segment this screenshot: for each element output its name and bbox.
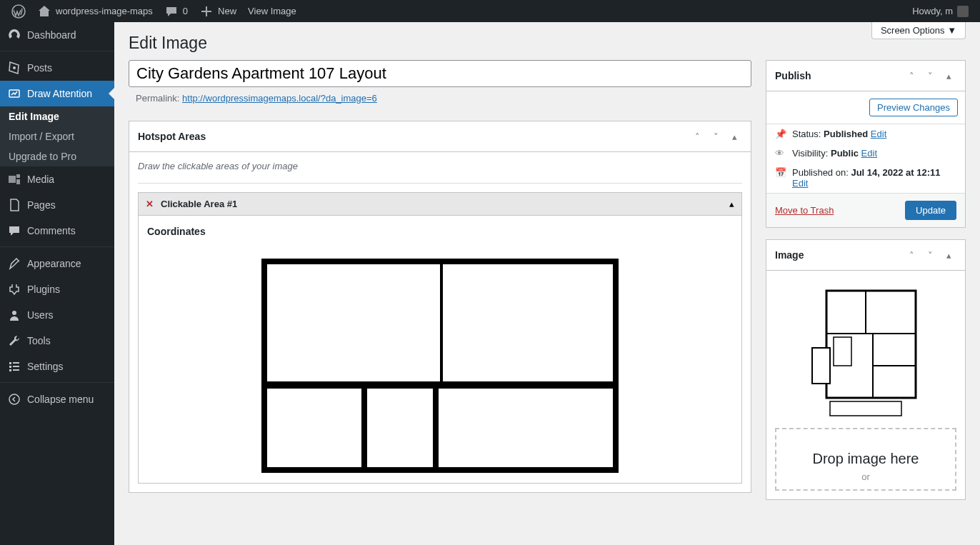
status-row: 📌 Status: Published Edit [766, 124, 965, 144]
avatar [957, 6, 969, 17]
preview-changes-button[interactable]: Preview Changes [869, 99, 958, 116]
sidebar-sub-upgrade[interactable]: Upgrade to Pro [0, 146, 114, 166]
howdy-user[interactable]: Howdy, m [906, 0, 974, 22]
toggle-icon[interactable]: ▴ [941, 247, 956, 263]
move-to-trash-link[interactable]: Move to Trash [775, 205, 834, 216]
svg-point-3 [12, 311, 16, 315]
pin-icon: 📌 [775, 129, 786, 139]
move-up-icon[interactable]: ˄ [904, 247, 919, 263]
image-thumbnail[interactable] [809, 284, 923, 419]
edit-date-link[interactable]: Edit [792, 178, 808, 189]
collapse-menu[interactable]: Collapse menu [0, 386, 114, 412]
admin-sidebar: Dashboard Posts Draw Attention Edit Imag… [0, 22, 114, 545]
sidebar-item-tools[interactable]: Tools [0, 328, 114, 354]
svg-point-10 [9, 394, 19, 404]
site-name: wordpress-image-maps [56, 6, 153, 16]
coords-label: Coordinates [147, 226, 733, 237]
image-box: Image ˄ ˅ ▴ [766, 239, 966, 500]
hotspot-instruction: Draw the clickable areas of your image [138, 161, 742, 171]
svg-rect-16 [812, 348, 830, 384]
svg-rect-5 [13, 362, 19, 364]
sidebar-item-plugins[interactable]: Plugins [0, 276, 114, 302]
move-up-icon[interactable]: ˄ [689, 129, 705, 144]
move-down-icon[interactable]: ˅ [922, 68, 938, 84]
sidebar-item-comments[interactable]: Comments [0, 218, 114, 244]
update-button[interactable]: Update [905, 201, 956, 220]
site-home[interactable]: wordpress-image-maps [31, 0, 159, 22]
comment-count: 0 [183, 6, 188, 16]
sidebar-sub-import-export[interactable]: Import / Export [0, 126, 114, 146]
sidebar-item-dashboard[interactable]: Dashboard [0, 22, 114, 48]
sidebar-item-posts[interactable]: Posts [0, 55, 114, 81]
hotspot-areas-box: Hotspot Areas ˄ ˅ ▴ Draw the clickable a… [129, 121, 751, 493]
delete-area-icon[interactable]: ✕ [146, 199, 154, 209]
svg-point-1 [13, 66, 16, 69]
edit-visibility-link[interactable]: Edit [861, 148, 877, 159]
edit-status-link[interactable]: Edit [871, 129, 886, 139]
svg-rect-4 [9, 362, 11, 364]
svg-rect-7 [13, 366, 19, 367]
sidebar-item-appearance[interactable]: Appearance [0, 251, 114, 276]
sidebar-item-pages[interactable]: Pages [0, 192, 114, 218]
move-up-icon[interactable]: ˄ [904, 68, 919, 84]
toggle-icon[interactable]: ▴ [726, 129, 742, 144]
sidebar-item-draw-attention[interactable]: Draw Attention [0, 81, 114, 106]
adminbar: wordpress-image-maps 0 New View Image Ho… [0, 0, 980, 22]
toggle-icon[interactable]: ▴ [941, 68, 956, 84]
eye-icon: 👁 [775, 148, 786, 159]
publish-box: Publish ˄ ˅ ▴ Preview Changes 📌 Stat [766, 60, 966, 228]
permalink-row: Permalink: http://wordpressimagemaps.loc… [129, 87, 751, 109]
comments-link[interactable]: 0 [159, 0, 194, 22]
calendar-icon: 📅 [775, 167, 786, 178]
move-down-icon[interactable]: ˅ [922, 247, 938, 263]
move-down-icon[interactable]: ˅ [708, 129, 724, 144]
view-image-link[interactable]: View Image [242, 0, 302, 22]
published-row: 📅 Published on: Jul 14, 2022 at 12:11 Ed… [766, 163, 965, 193]
svg-rect-8 [9, 369, 11, 371]
area-body: Coordinates [138, 216, 742, 484]
page-title: Edit Image [129, 22, 966, 60]
area-collapse-icon[interactable]: ▴ [729, 199, 734, 209]
permalink-url[interactable]: http://wordpressimagemaps.local/?da_imag… [182, 93, 377, 104]
svg-rect-17 [834, 337, 851, 366]
new-label: New [218, 6, 236, 16]
clickable-area-header[interactable]: ✕ Clickable Area #1 ▴ [138, 192, 742, 216]
title-input[interactable] [129, 60, 751, 87]
hotspot-header: Hotspot Areas ˄ ˅ ▴ [129, 121, 751, 152]
visibility-row: 👁 Visibility: Public Edit [766, 144, 965, 163]
svg-rect-18 [830, 401, 901, 416]
caret-down-icon: ▼ [947, 25, 956, 36]
sidebar-item-users[interactable]: Users [0, 302, 114, 328]
area-title: Clickable Area #1 [161, 199, 237, 209]
main-content: Screen Options ▼ Edit Image Permalink: h… [114, 22, 980, 545]
screen-options-toggle[interactable]: Screen Options ▼ [871, 22, 966, 39]
sidebar-item-media[interactable]: Media [0, 166, 114, 192]
new-content[interactable]: New [194, 0, 242, 22]
wp-logo[interactable] [6, 0, 31, 22]
sidebar-item-settings[interactable]: Settings [0, 354, 114, 379]
sidebar-sub-edit-image[interactable]: Edit Image [0, 106, 114, 126]
svg-rect-9 [13, 369, 19, 371]
drop-zone[interactable]: Drop image here or [775, 428, 956, 491]
floorplan-image[interactable] [261, 259, 619, 473]
svg-rect-6 [9, 366, 11, 368]
